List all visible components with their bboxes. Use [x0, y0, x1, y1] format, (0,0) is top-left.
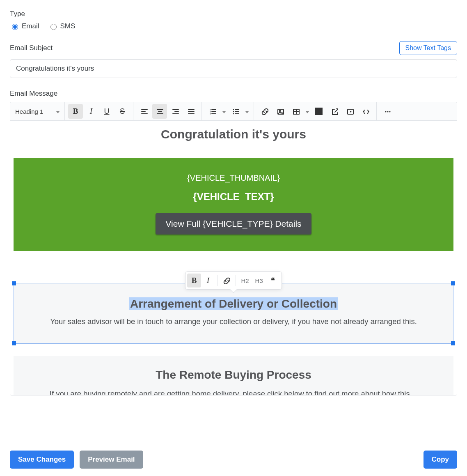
svg-point-8 [387, 111, 388, 112]
svg-rect-3 [278, 109, 284, 114]
remote-buying-panel: The Remote Buying Process If you are buy… [14, 356, 453, 395]
editor-content[interactable]: Congratulation it's yours {VEHICLE_THUMB… [10, 121, 457, 395]
color-button[interactable] [311, 104, 326, 119]
video-icon [346, 108, 354, 115]
radio-sms[interactable] [50, 24, 57, 30]
bold-button[interactable]: B [68, 104, 83, 119]
unordered-list-dropdown[interactable] [244, 104, 250, 119]
external-link-icon [331, 108, 338, 115]
table-dropdown[interactable] [304, 104, 311, 119]
svg-rect-6 [348, 109, 353, 114]
radio-option-sms[interactable]: SMS [48, 22, 76, 30]
bubble-h3-button[interactable]: H3 [252, 274, 266, 287]
radio-sms-label: SMS [60, 22, 76, 30]
svg-point-2 [233, 113, 234, 115]
remote-heading: The Remote Buying Process [18, 368, 449, 382]
italic-icon: I [207, 276, 209, 285]
type-label: Type [10, 10, 457, 18]
align-left-icon [140, 108, 148, 115]
svg-point-4 [279, 110, 281, 112]
rich-text-editor: Heading 1 B I U S [10, 102, 457, 396]
unordered-list-button[interactable] [228, 104, 243, 119]
remote-text: If you are buying remotely and are getti… [18, 389, 449, 396]
radio-email-label: Email [22, 22, 39, 30]
link-icon [223, 277, 230, 284]
ordered-list-dropdown[interactable] [221, 104, 227, 119]
strike-icon: S [120, 107, 125, 116]
selection-handle[interactable] [451, 341, 455, 345]
align-center-button[interactable] [152, 104, 167, 119]
svg-point-0 [233, 109, 234, 110]
vehicle-thumbnail-tag: {VEHICLE_THUMBNAIL} [18, 173, 449, 183]
external-link-button[interactable] [327, 104, 342, 119]
radio-email[interactable] [12, 24, 18, 30]
color-square-icon [315, 108, 323, 115]
align-center-icon [156, 108, 163, 115]
ordered-list-icon [209, 108, 216, 115]
bubble-bold-button[interactable]: B [187, 274, 201, 287]
align-justify-button[interactable] [183, 104, 198, 119]
svg-point-7 [385, 111, 386, 112]
unordered-list-icon [232, 108, 239, 115]
bubble-link-button[interactable] [220, 274, 234, 287]
show-text-tags-button[interactable]: Show Text Tags [399, 41, 457, 55]
bubble-italic-button[interactable]: I [201, 274, 215, 287]
chevron-down-icon[interactable] [54, 104, 62, 119]
code-block-button[interactable] [358, 104, 373, 119]
image-icon [277, 108, 284, 115]
bubble-h2-button[interactable]: H2 [238, 274, 252, 287]
arrangement-text: Your sales advisor will be in touch to a… [21, 317, 446, 326]
more-icon [384, 108, 391, 115]
more-button[interactable] [380, 104, 395, 119]
vehicle-panel: {VEHICLE_THUMBNAIL} {VEHICLE_TEXT} View … [14, 158, 453, 251]
code-block-icon [362, 108, 369, 115]
arrangement-heading: Arrangement of Delivery or Collection [129, 297, 338, 310]
editor-toolbar: Heading 1 B I U S [10, 102, 457, 121]
link-button[interactable] [257, 104, 272, 119]
bold-icon: B [192, 276, 197, 285]
link-icon [261, 108, 268, 115]
video-button[interactable] [343, 104, 357, 119]
align-right-button[interactable] [168, 104, 183, 119]
ordered-list-button[interactable] [205, 104, 220, 119]
align-left-button[interactable] [137, 104, 151, 119]
message-label: Email Message [10, 90, 457, 98]
underline-icon: U [104, 107, 110, 116]
image-button[interactable] [273, 104, 288, 119]
table-icon [292, 108, 300, 115]
subject-input[interactable] [10, 59, 457, 78]
bubble-quote-button[interactable]: ❝ [266, 274, 280, 287]
italic-icon: I [90, 107, 92, 116]
divider [217, 275, 217, 286]
align-right-icon [172, 108, 179, 115]
align-justify-icon [187, 108, 195, 115]
selection-handle[interactable] [451, 281, 455, 285]
svg-point-9 [389, 111, 390, 112]
bubble-toolbar: B I H2 H3 ❝ [185, 271, 282, 290]
italic-button[interactable]: I [84, 104, 98, 119]
radio-option-email[interactable]: Email [10, 22, 39, 30]
quote-icon: ❝ [271, 276, 275, 285]
selection-handle[interactable] [12, 341, 16, 345]
vehicle-text-tag: {VEHICLE_TEXT} [18, 191, 449, 202]
svg-rect-5 [293, 109, 299, 114]
divider [236, 275, 236, 286]
strike-button[interactable]: S [115, 104, 130, 119]
svg-point-1 [233, 111, 234, 113]
bold-icon: B [73, 107, 78, 116]
block-type-select[interactable]: Heading 1 [14, 108, 53, 115]
underline-button[interactable]: U [99, 104, 114, 119]
table-button[interactable] [288, 104, 303, 119]
email-title: Congratulation it's yours [14, 127, 453, 141]
subject-label: Email Subject [10, 44, 53, 52]
selection-handle[interactable] [12, 281, 16, 285]
view-vehicle-button[interactable]: View Full {VEHICLE_TYPE} Details [156, 213, 311, 235]
selected-block: B I H2 H3 ❝ Arrangement of De [14, 283, 453, 344]
type-radio-group: Email SMS [10, 22, 457, 30]
